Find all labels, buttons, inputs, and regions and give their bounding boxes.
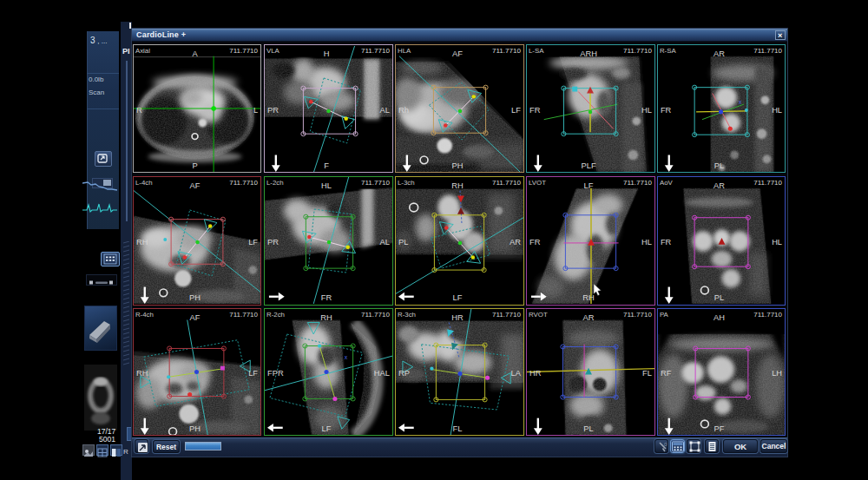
svg-text:RH: RH bbox=[135, 238, 147, 247]
svg-text:PF: PF bbox=[713, 424, 724, 433]
svg-text:LH: LH bbox=[772, 369, 782, 378]
svg-text:A: A bbox=[192, 49, 198, 58]
svg-text:711.7710: 711.7710 bbox=[753, 179, 782, 187]
svg-text:711.7710: 711.7710 bbox=[753, 311, 782, 319]
svg-text:LVOT: LVOT bbox=[528, 179, 545, 187]
svg-text:PA: PA bbox=[659, 311, 668, 319]
svg-text:711.7710: 711.7710 bbox=[229, 47, 258, 55]
svg-text:RH: RH bbox=[451, 181, 464, 190]
svg-text:AF: AF bbox=[189, 313, 200, 322]
svg-text:FR: FR bbox=[529, 238, 540, 247]
svg-text:HL: HL bbox=[641, 238, 652, 247]
svg-text:HL: HL bbox=[321, 181, 332, 190]
svg-text:AR: AR bbox=[713, 49, 725, 58]
svg-text:711.7710: 711.7710 bbox=[360, 179, 390, 187]
svg-text:711.7710: 711.7710 bbox=[622, 47, 652, 55]
svg-text:AoV: AoV bbox=[659, 179, 673, 187]
svg-text:AH: AH bbox=[713, 313, 725, 322]
svg-text:PL: PL bbox=[713, 161, 723, 170]
svg-text:711.7710: 711.7710 bbox=[360, 311, 390, 319]
svg-text:711.7710: 711.7710 bbox=[491, 47, 521, 55]
svg-text:711.7710: 711.7710 bbox=[753, 47, 782, 55]
svg-text:Rh: Rh bbox=[398, 106, 408, 115]
svg-text:x: x bbox=[344, 354, 347, 360]
svg-text:L-SA: L-SA bbox=[528, 47, 543, 55]
svg-text:RH: RH bbox=[135, 369, 147, 378]
svg-text:LF: LF bbox=[248, 238, 258, 247]
svg-text:FR: FR bbox=[660, 106, 671, 115]
svg-text:711.7710: 711.7710 bbox=[491, 311, 521, 319]
svg-text:PL: PL bbox=[583, 424, 593, 433]
svg-text:ARH: ARH bbox=[580, 49, 597, 58]
svg-text:0: 0 bbox=[664, 442, 667, 447]
svg-text:RP: RP bbox=[398, 369, 409, 378]
svg-text:HR: HR bbox=[529, 369, 541, 378]
svg-text:x: x bbox=[739, 99, 742, 105]
svg-text:FPR: FPR bbox=[266, 369, 283, 378]
svg-text:P: P bbox=[192, 161, 197, 170]
svg-text:FR: FR bbox=[320, 293, 332, 302]
svg-text:F: F bbox=[324, 161, 329, 170]
svg-text:RH: RH bbox=[320, 313, 332, 322]
svg-text:H: H bbox=[323, 49, 329, 58]
svg-text:PR: PR bbox=[266, 238, 278, 247]
svg-text:L-3ch: L-3ch bbox=[397, 179, 414, 187]
svg-text:711.7710: 711.7710 bbox=[360, 47, 390, 55]
svg-text:R-4ch: R-4ch bbox=[135, 311, 153, 319]
svg-text:Axial: Axial bbox=[135, 47, 149, 55]
svg-text:RH: RH bbox=[582, 293, 595, 302]
svg-text:HAL: HAL bbox=[373, 369, 389, 378]
svg-text:R-SA: R-SA bbox=[659, 47, 675, 55]
svg-text:HL: HL bbox=[641, 106, 652, 115]
svg-text:HLA: HLA bbox=[397, 47, 411, 55]
svg-text:AR: AR bbox=[582, 313, 594, 322]
svg-text:LF: LF bbox=[248, 369, 258, 378]
svg-text:AR: AR bbox=[510, 238, 521, 247]
svg-text:LF: LF bbox=[511, 106, 521, 115]
svg-text:RVOT: RVOT bbox=[528, 311, 547, 319]
svg-text:AR: AR bbox=[713, 181, 725, 190]
svg-text:HR: HR bbox=[451, 313, 464, 322]
svg-text:LF: LF bbox=[452, 293, 462, 302]
svg-text:VLA: VLA bbox=[266, 47, 279, 55]
svg-text:LF: LF bbox=[583, 181, 593, 190]
svg-text:PL: PL bbox=[398, 238, 407, 247]
svg-text:FL: FL bbox=[452, 424, 462, 433]
svg-text:711.7710: 711.7710 bbox=[229, 311, 258, 319]
svg-text:RF: RF bbox=[660, 369, 671, 378]
svg-text:AL: AL bbox=[379, 238, 389, 247]
svg-text:HL: HL bbox=[772, 238, 782, 247]
svg-text:711.7710: 711.7710 bbox=[491, 179, 521, 187]
svg-text:PR: PR bbox=[266, 106, 278, 115]
svg-text:711.7710: 711.7710 bbox=[229, 179, 258, 187]
svg-text:PH: PH bbox=[189, 293, 201, 302]
svg-text:711.7710: 711.7710 bbox=[622, 311, 652, 319]
svg-text:AF: AF bbox=[189, 181, 200, 190]
svg-text:FL: FL bbox=[642, 369, 652, 378]
svg-text:L-2ch: L-2ch bbox=[266, 179, 283, 187]
svg-text:AF: AF bbox=[452, 49, 463, 58]
svg-text:LF: LF bbox=[321, 424, 331, 433]
svg-text:711.7710: 711.7710 bbox=[622, 179, 652, 187]
svg-text:R: R bbox=[135, 106, 141, 115]
svg-text:PH: PH bbox=[451, 161, 463, 170]
svg-text:L-4ch: L-4ch bbox=[135, 179, 152, 187]
svg-text:HL: HL bbox=[772, 106, 782, 115]
svg-text:PH: PH bbox=[189, 424, 201, 433]
svg-text:AL: AL bbox=[379, 106, 389, 115]
svg-text:PLF: PLF bbox=[581, 161, 595, 170]
svg-text:PL: PL bbox=[713, 293, 723, 302]
svg-text:FR: FR bbox=[529, 106, 540, 115]
svg-text:R-2ch: R-2ch bbox=[266, 311, 284, 319]
svg-text:L: L bbox=[253, 106, 257, 115]
svg-text:FR: FR bbox=[660, 238, 671, 247]
svg-text:R-3ch: R-3ch bbox=[397, 311, 415, 319]
svg-text:LA: LA bbox=[510, 369, 521, 378]
